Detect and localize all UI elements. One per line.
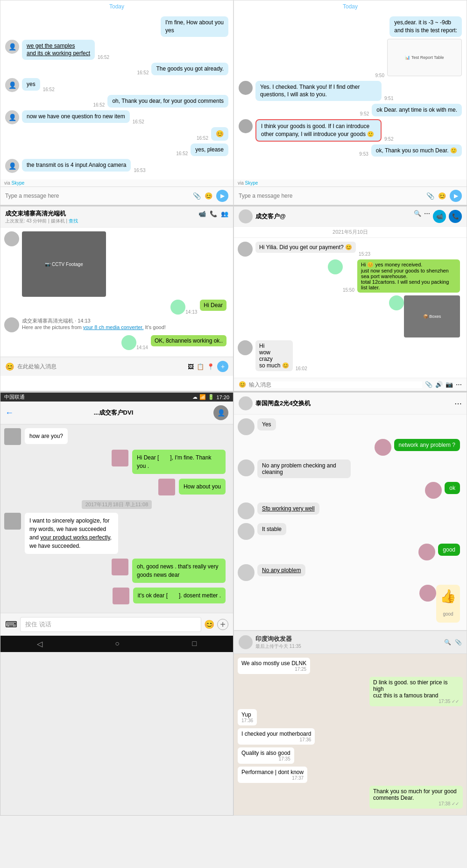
more-icon[interactable]: ⋯	[424, 210, 430, 223]
contacts-icon[interactable]: 👥	[221, 210, 228, 217]
emoji-btn[interactable]: 😊	[204, 619, 214, 630]
avatar	[239, 396, 253, 410]
add-btn[interactable]: +	[217, 361, 228, 372]
bottom-section: 中国联通 ☁ 📶 🔋 17:20 ← ...成交客户DVI 👤	[0, 391, 467, 816]
recents-nav-icon[interactable]: □	[192, 639, 197, 648]
msg-text: We also mostly use DLNK	[241, 660, 306, 667]
chat-input[interactable]	[5, 193, 189, 199]
back-nav-icon[interactable]: ◁	[37, 639, 42, 648]
avatar	[4, 231, 19, 246]
bubble: oh, Thank you dear, for your good commen…	[107, 95, 228, 108]
chat-input-right[interactable]	[239, 193, 423, 199]
bubble: we get the samplesand its ok working per…	[22, 40, 95, 60]
attachment-icon[interactable]: 📎	[193, 192, 201, 200]
add-btn[interactable]: +	[217, 619, 228, 630]
msg-text: OK, 8channels working ok..	[155, 337, 223, 344]
thai-title: 泰国闸盘2光4交换机	[255, 400, 311, 407]
skype-panel-left: Today I'm fine, How about youyes 👤 we ge…	[0, 0, 234, 205]
right-bottom-panels: 泰国闸盘2光4交换机 ⋯ Yes network any problem ?	[234, 392, 467, 816]
attachment-icon[interactable]: 📎	[426, 192, 434, 200]
timestamp: 9:50	[375, 73, 384, 78]
search-icon[interactable]: 🔍	[444, 639, 451, 646]
attach-icon[interactable]: 📎	[455, 639, 462, 646]
msg-row: D link is good. so thier price is highcu…	[238, 677, 463, 706]
msg-row: Hi Dear 14:13	[4, 300, 229, 315]
msg-text: the transmit os is 4 input Analog camera	[27, 162, 126, 168]
keyboard-icon[interactable]: ⌨	[5, 619, 17, 630]
camera-icon[interactable]: 📷	[446, 381, 453, 388]
whatsapp-subtitle: 最后上传于今天 11:35	[255, 643, 301, 650]
avatar	[239, 119, 253, 133]
back-btn[interactable]: ←	[5, 408, 14, 418]
cn-right-input-bar[interactable]: 😊 📎 🔊 📷 ⋯	[234, 378, 467, 391]
bubble: how are you?	[25, 428, 68, 444]
chat-messages-right: 9:50 yes,dear. it is -3 ~ -9dband this i…	[234, 13, 467, 179]
msg-row: Yup 17:36	[238, 709, 463, 725]
msg-text: Yup	[241, 711, 251, 718]
image-btn[interactable]: 🖼	[188, 363, 194, 370]
phone-icon[interactable]: 📞	[210, 210, 217, 217]
timestamp: 16:52	[98, 55, 109, 60]
emoji-picker-icon[interactable]: 😊	[438, 192, 446, 200]
emoji-btn[interactable]: 😊	[5, 362, 14, 371]
chat-input-bar[interactable]: 📎 😊 ▶	[0, 187, 233, 205]
bubble: good	[438, 544, 460, 556]
msg-text: network any problem ?	[399, 442, 455, 448]
bubble: We also mostly use DLNK 17:25	[238, 658, 310, 674]
battery-icon: 🔋	[208, 394, 214, 400]
msg-text: Performance | dont know	[241, 769, 304, 775]
msg-text: Hiwowcrazyso much 😊	[259, 343, 289, 369]
location-btn[interactable]: 📍	[207, 363, 214, 370]
video-call-btn[interactable]: 📹	[433, 210, 446, 223]
bubble: network any problem ?	[394, 439, 460, 451]
msg-text: Yes. I checked. Thank you! If I find oth…	[260, 84, 360, 98]
msg-row: Quality is also good 17:35	[238, 747, 463, 764]
screenshot-btn[interactable]: 📋	[197, 363, 204, 370]
bubble: How about you	[179, 479, 226, 495]
cn-right-input[interactable]	[249, 381, 422, 388]
send-button-right[interactable]: ▶	[450, 190, 462, 202]
whatsapp-panel: 印度询收发器 最后上传于今天 11:35 🔍 📎 We also mostly …	[234, 631, 467, 816]
call-btn[interactable]: 📞	[449, 210, 462, 223]
msg-text: I think your goods is good. If I can int…	[261, 123, 374, 137]
msg-row: it's ok dear [ ]. dosent metter .	[4, 588, 229, 604]
bubble: Yes. I checked. Thank you! If I find oth…	[255, 81, 382, 101]
msg-text: oh, good news . that's really very goods…	[137, 563, 218, 578]
avatar-self	[418, 544, 435, 560]
msg-text: Hi 😊 yes money received.just now send yo…	[361, 262, 449, 290]
search-icon[interactable]: 🔍	[414, 210, 421, 223]
chat-input-bar-right[interactable]: 📎 😊 ▶	[234, 187, 467, 205]
avatar-self	[158, 479, 175, 495]
emoji-picker-icon[interactable]: 😊	[205, 192, 212, 200]
send-button[interactable]: ▶	[216, 190, 228, 202]
msg-text: how are you?	[29, 433, 63, 439]
good-sticker: 👍good	[436, 585, 460, 623]
timestamp: 16:02	[296, 366, 307, 371]
sound-icon[interactable]: 🔊	[435, 381, 443, 388]
more-icon[interactable]: ⋯	[454, 399, 462, 408]
bubble: I want to sincerely apologize, for my wo…	[25, 513, 118, 554]
avatar	[238, 418, 255, 435]
cn-header: 成交束埔寨高清光端机 📹 📞 👥 上次发至: 43 分钟前 | 媒体机 | 查找	[0, 207, 233, 228]
cn-subtitle: 上次发至: 43 分钟前 | 媒体机 | 查找	[5, 218, 228, 224]
cn-body: 📷 CCTV Footage Hi Dear 14:13 成交束埔寨高清光端机 …	[0, 228, 233, 357]
wechat-input-bar[interactable]: ⌨ 按住 说话 😊 +	[0, 613, 233, 636]
more-icon[interactable]: ⋯	[456, 381, 462, 388]
bubble: Hi Yilia. Did you get our payment? 😊	[255, 242, 356, 253]
video-icon[interactable]: 📹	[198, 210, 206, 217]
attach-icon[interactable]: 📎	[425, 381, 432, 388]
home-nav-icon[interactable]: ○	[115, 639, 120, 648]
bubble: oh, good news . that's really very goods…	[132, 559, 226, 583]
cn-input[interactable]	[17, 363, 185, 370]
timestamp: 9:52	[384, 136, 393, 142]
msg-text: Thank you so much for your good comments…	[373, 788, 457, 801]
bubble: 😊	[211, 127, 228, 141]
msg-row: Hi Yilia. Did you get our payment? 😊 15:…	[238, 242, 463, 257]
wechat-input[interactable]: 按住 说话	[20, 617, 201, 632]
emoji-btn[interactable]: 😊	[239, 381, 246, 388]
msg-text: ok, Thank you so much Dear. 🙂	[376, 147, 457, 154]
msg-row: network any problem ?	[238, 439, 463, 456]
cn-input-bar[interactable]: 😊 🖼 📋 📍 +	[0, 357, 233, 376]
bubble: ok, Thank you so much Dear. 🙂	[371, 144, 462, 157]
thai-panel: 泰国闸盘2光4交换机 ⋯ Yes network any problem ?	[234, 392, 467, 631]
